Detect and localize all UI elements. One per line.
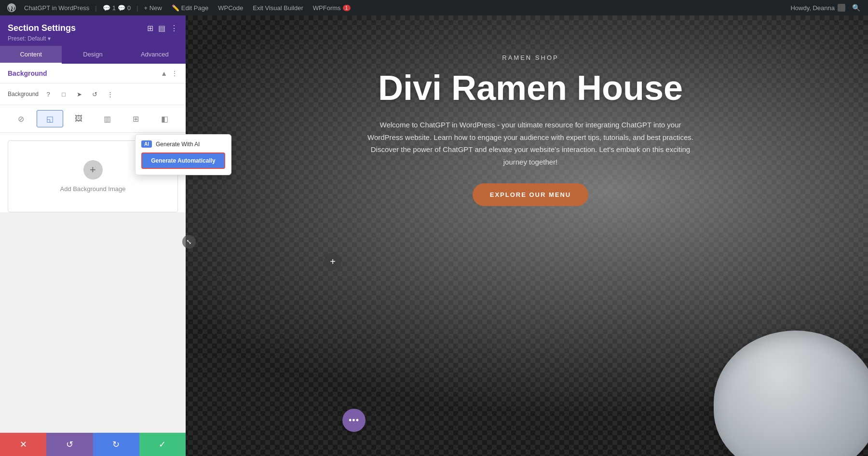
undo-button[interactable]: ↺ — [46, 433, 93, 456]
panel-body: Background ▲ ⋮ Background ? □ ➤ ↺ ⋮ ⊘ ◱ … — [0, 64, 186, 432]
bg-section-actions: ▲ ⋮ — [161, 69, 178, 77]
ai-popup: AI Generate With AI Generate Automatical… — [135, 134, 231, 175]
exit-builder-item[interactable]: Exit Visual Builder — [248, 0, 308, 15]
tab-design[interactable]: Design — [62, 46, 123, 64]
explore-menu-button[interactable]: EXPLORE OUR MENU — [473, 183, 589, 206]
bg-device-icon[interactable]: □ — [58, 88, 69, 100]
panel-title-row: Section Settings ⊞ ▤ ⋮ — [8, 23, 178, 33]
tab-advanced[interactable]: Advanced — [124, 46, 186, 64]
generate-automatically-button[interactable]: Generate Automatically — [141, 152, 225, 169]
ai-badge: AI — [141, 140, 152, 148]
bg-image-label: Add Background Image — [60, 185, 126, 193]
bg-options-icon[interactable]: ⋮ — [104, 88, 116, 100]
more-options-icon[interactable]: ⋮ — [170, 24, 178, 33]
redo-button[interactable]: ↻ — [93, 433, 139, 456]
new-item[interactable]: + New — [139, 0, 167, 15]
tab-content[interactable]: Content — [0, 46, 62, 64]
edit-page-item[interactable]: ✏️ Edit Page — [167, 0, 213, 15]
wpforms-item[interactable]: WPForms 1 — [308, 0, 355, 15]
site-title: ChatGPT in WordPress — [24, 4, 89, 12]
panel-tabs: Content Design Advanced — [0, 46, 186, 64]
user-avatar — [838, 4, 845, 12]
bg-type-video[interactable]: ▥ — [94, 110, 121, 127]
site-name-item[interactable]: ChatGPT in WordPress — [19, 0, 94, 15]
ai-popup-title: Generate With AI — [156, 141, 200, 148]
bg-type-row: ⊘ ◱ 🖼 ▥ ⊞ ◧ — [0, 105, 186, 133]
resize-icon: ⤡ — [186, 238, 192, 246]
admin-bar: ChatGPT in WordPress | 💬 1 💬 0 | + New ✏… — [0, 0, 868, 15]
scroll-handle[interactable]: ⤡ — [182, 235, 196, 249]
bg-type-gradient[interactable]: ◱ — [37, 110, 64, 127]
user-greeting: Howdy, Deanna 🔍 — [790, 4, 864, 12]
panel-title: Section Settings — [8, 23, 76, 33]
columns-icon[interactable]: ▤ — [158, 24, 165, 33]
bg-controls-row: Background ? □ ➤ ↺ ⋮ — [0, 83, 186, 105]
bg-section-header: Background ▲ ⋮ — [0, 64, 186, 83]
hero-description: Welcome to ChatGPT in WordPress - your u… — [362, 119, 699, 168]
bg-type-mask[interactable]: ◧ — [151, 110, 178, 127]
bg-type-pattern[interactable]: ⊞ — [122, 110, 149, 127]
settings-panel: Section Settings ⊞ ▤ ⋮ Preset: Default ▾… — [0, 15, 186, 456]
bg-image-add-icon: + — [83, 160, 103, 180]
bg-more-icon[interactable]: ⋮ — [171, 69, 178, 77]
bg-help-icon[interactable]: ? — [42, 88, 54, 100]
panel-title-icons: ⊞ ▤ ⋮ — [147, 24, 178, 33]
bowl-image-area — [675, 287, 868, 456]
bg-label: Background — [8, 91, 39, 97]
floating-menu-button[interactable]: ••• — [342, 409, 366, 432]
hero-title: Divi Ramen House — [362, 69, 699, 107]
shop-label: RAMEN SHOP — [362, 54, 699, 61]
search-icon[interactable]: 🔍 — [848, 4, 864, 12]
bg-type-none[interactable]: ⊘ — [8, 110, 35, 127]
bg-arrow-icon[interactable]: ➤ — [73, 88, 85, 100]
wpcode-item[interactable]: WPCode — [213, 0, 248, 15]
wpforms-badge: 1 — [343, 5, 351, 11]
comments-item[interactable]: 💬 1 💬 0 — [98, 0, 136, 15]
bowl-shape — [714, 331, 868, 456]
panel-footer: ✕ ↺ ↻ ✓ — [0, 432, 186, 456]
save-button[interactable]: ✓ — [139, 433, 186, 456]
hero-section: RAMEN SHOP Divi Ramen House Welcome to C… — [362, 54, 699, 206]
wp-logo[interactable] — [4, 0, 19, 15]
cancel-button[interactable]: ✕ — [0, 433, 46, 456]
collapse-icon[interactable]: ▲ — [161, 69, 167, 77]
bg-reset-icon[interactable]: ↺ — [89, 88, 100, 100]
preset-row[interactable]: Preset: Default ▾ — [8, 35, 178, 42]
dots-icon: ••• — [349, 415, 359, 426]
bg-section-title: Background — [8, 69, 47, 77]
bg-type-image[interactable]: 🖼 — [65, 110, 92, 127]
panel-header: Section Settings ⊞ ▤ ⋮ Preset: Default ▾ — [0, 15, 186, 46]
add-section-button[interactable]: + — [324, 253, 341, 270]
ai-popup-header: AI Generate With AI — [141, 140, 225, 148]
fullscreen-icon[interactable]: ⊞ — [147, 24, 153, 33]
